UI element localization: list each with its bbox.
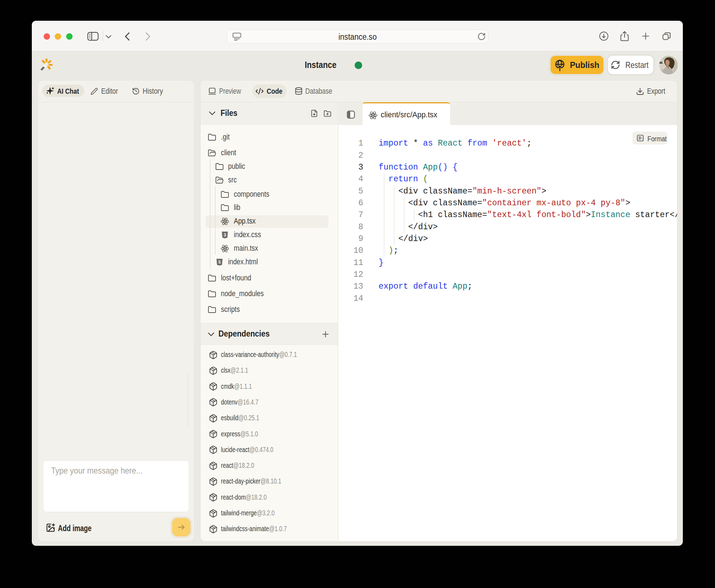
svg-text:3: 3 — [224, 232, 226, 237]
svg-text:5: 5 — [218, 260, 221, 265]
